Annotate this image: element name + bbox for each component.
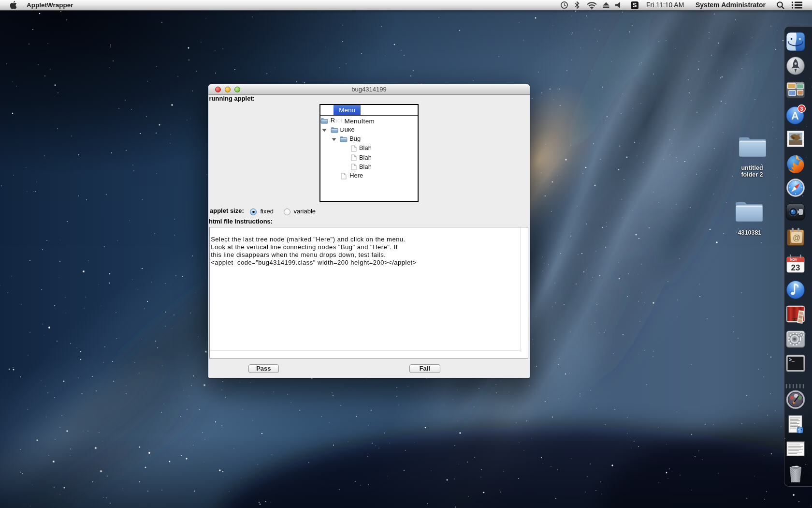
- svg-text:3: 3: [800, 106, 803, 112]
- svg-text:A: A: [791, 110, 799, 122]
- svg-text:NOV: NOV: [790, 258, 798, 261]
- svg-text:@: @: [793, 234, 800, 242]
- svg-text:23: 23: [791, 263, 800, 272]
- svg-text:>_: >_: [789, 358, 795, 363]
